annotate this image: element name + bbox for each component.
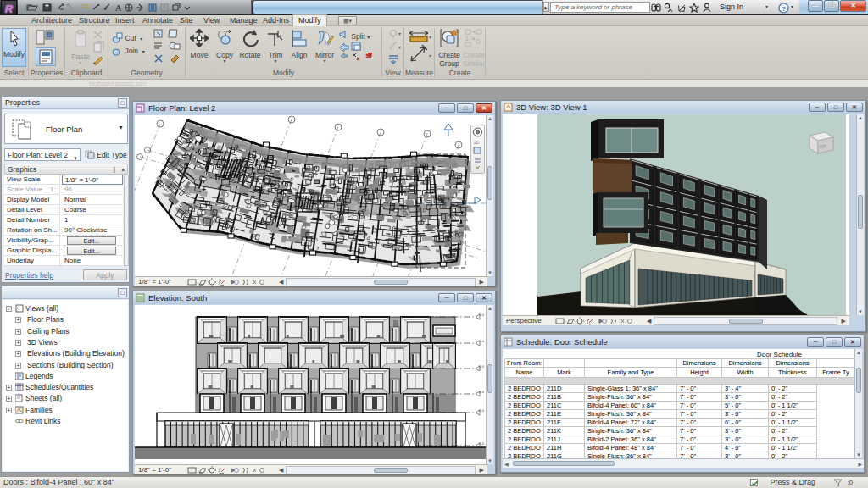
svg-text:?: ? xyxy=(782,5,786,13)
svg-text:2D: 2D xyxy=(474,140,480,145)
svg-text:1'-0: 1'-0 xyxy=(479,391,484,394)
svg-text:1'-0: 1'-0 xyxy=(479,365,484,369)
svg-text:1'-0: 1'-0 xyxy=(479,340,484,343)
svg-text:HIT: HIT xyxy=(820,145,826,149)
svg-text:1'-0: 1'-0 xyxy=(479,409,484,413)
svg-text:A: A xyxy=(115,3,122,13)
svg-text:1'-0: 1'-0 xyxy=(479,442,484,446)
svg-text:1'-0: 1'-0 xyxy=(479,313,484,317)
